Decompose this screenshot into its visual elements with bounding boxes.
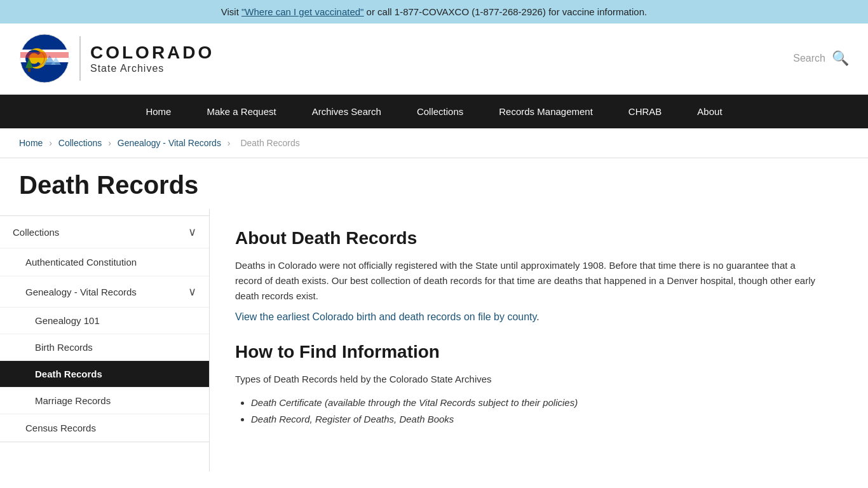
about-heading: About Death Records: [235, 228, 820, 248]
sidebar-item-label: Authenticated Constitution: [25, 257, 137, 268]
page-container: Collections ∨ Authenticated Constitution…: [0, 209, 868, 471]
site-title: COLORADO State Archives: [90, 43, 214, 74]
breadcrumb-genealogy[interactable]: Genealogy - Vital Records: [118, 138, 221, 148]
nav-home[interactable]: Home: [128, 95, 189, 128]
sidebar-item-label: Genealogy 101: [35, 315, 100, 326]
list-item-text: Death Certificate (available through the…: [251, 397, 578, 408]
list-item-text: Death Record, Register of Deaths, Death …: [251, 414, 454, 424]
how-to-find-section: How to Find Information Types of Death R…: [235, 342, 820, 427]
search-area: Search 🔍: [793, 50, 849, 67]
sidebar-section-collections: Collections ∨ Authenticated Constitution…: [0, 215, 209, 442]
sidebar-collections-label: Collections: [13, 227, 59, 238]
sidebar-item-label: Census Records: [25, 423, 96, 433]
about-paragraph: Deaths in Colorado were not officially r…: [235, 258, 820, 304]
nav-records-management[interactable]: Records Management: [481, 95, 611, 128]
breadcrumb-sep-3: ›: [227, 138, 233, 148]
link-period: .: [536, 311, 539, 322]
list-item: Death Certificate (available through the…: [251, 395, 820, 411]
alert-banner: Visit "Where can I get vaccinated" or ca…: [0, 0, 868, 24]
alert-text-before: Visit: [221, 6, 241, 17]
how-to-find-intro: Types of Death Records held by the Color…: [235, 372, 820, 387]
svg-rect-9: [20, 52, 69, 58]
sidebar-item-death-records[interactable]: Death Records: [0, 360, 209, 387]
chevron-down-icon: ∨: [188, 225, 196, 239]
sidebar-item-label: Genealogy - Vital Records: [25, 287, 137, 297]
how-to-find-heading: How to Find Information: [235, 342, 820, 362]
alert-text-after: or call 1-877-COVAXCO (1-877-268-2926) f…: [367, 6, 648, 17]
nav-collections[interactable]: Collections: [399, 95, 481, 128]
breadcrumb: Home › Collections › Genealogy - Vital R…: [0, 128, 868, 158]
site-title-main: COLORADO: [90, 43, 214, 63]
chevron-down-icon-2: ∨: [188, 285, 196, 299]
about-section: About Death Records Deaths in Colorado w…: [235, 228, 820, 323]
sidebar-item-census-records[interactable]: Census Records: [0, 414, 209, 442]
sidebar: Collections ∨ Authenticated Constitution…: [0, 209, 210, 471]
search-label: Search: [793, 53, 825, 64]
main-content: About Death Records Deaths in Colorado w…: [210, 209, 845, 471]
nav-chrab[interactable]: CHRAB: [611, 95, 680, 128]
sidebar-collections-toggle[interactable]: Collections ∨: [0, 216, 209, 248]
page-title-section: Death Records: [0, 158, 868, 209]
site-header: COLORADO State Archives Search 🔍: [0, 24, 868, 95]
earliest-records-link[interactable]: View the earliest Colorado birth and dea…: [235, 311, 536, 322]
main-nav: Home Make a Request Archives Search Coll…: [0, 95, 868, 128]
search-button[interactable]: 🔍: [832, 50, 849, 67]
logo-divider: [79, 36, 81, 81]
sidebar-item-label: Birth Records: [35, 342, 93, 353]
breadcrumb-sep-2: ›: [108, 138, 114, 148]
breadcrumb-current: Death Records: [240, 138, 299, 148]
breadcrumb-home[interactable]: Home: [19, 138, 43, 148]
page-title: Death Records: [19, 171, 849, 200]
breadcrumb-collections[interactable]: Collections: [58, 138, 102, 148]
alert-link[interactable]: "Where can I get vaccinated": [241, 6, 363, 17]
site-title-sub: State Archives: [90, 63, 214, 74]
colorado-seal-logo: [19, 33, 70, 84]
sidebar-item-marriage-records[interactable]: Marriage Records: [0, 387, 209, 414]
sidebar-item-genealogy-vital[interactable]: Genealogy - Vital Records ∨: [0, 276, 209, 307]
nav-make-request[interactable]: Make a Request: [189, 95, 294, 128]
death-records-list: Death Certificate (available through the…: [235, 395, 820, 427]
sidebar-item-label: Death Records: [35, 369, 102, 379]
nav-about[interactable]: About: [679, 95, 740, 128]
logo-area: COLORADO State Archives: [19, 33, 214, 84]
nav-archives-search[interactable]: Archives Search: [294, 95, 399, 128]
sidebar-item-genealogy-101[interactable]: Genealogy 101: [0, 307, 209, 334]
sidebar-item-label: Marriage Records: [35, 395, 111, 406]
search-icon: 🔍: [832, 50, 849, 66]
list-item: Death Record, Register of Deaths, Death …: [251, 411, 820, 428]
svg-rect-6: [28, 68, 31, 72]
sidebar-item-authenticated-constitution[interactable]: Authenticated Constitution: [0, 248, 209, 276]
sidebar-item-birth-records[interactable]: Birth Records: [0, 334, 209, 360]
breadcrumb-sep-1: ›: [49, 138, 55, 148]
